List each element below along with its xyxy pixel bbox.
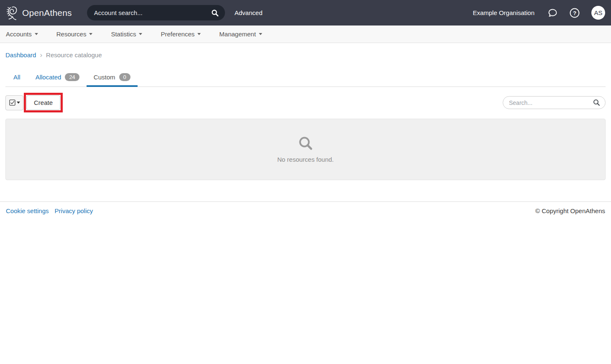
copyright-text: © Copyright OpenAthens [535,207,605,214]
tab-label: Allocated [36,74,61,81]
nav-item-resources[interactable]: Resources [56,31,93,38]
chevron-down-icon [17,102,20,104]
footer: Cookie settings Privacy policy © Copyrig… [0,201,611,220]
chat-button[interactable] [547,8,558,18]
tab-allocated[interactable]: Allocated 24 [28,69,87,87]
topbar: OpenAthens Advanced Example Organisation… [0,0,611,25]
brand-name: OpenAthens [22,8,72,18]
resource-tabs: All Allocated 24 Custom 0 [5,69,606,87]
breadcrumb: Dashboard › Resource catalogue [0,43,611,69]
empty-state-panel: No resources found. [5,119,606,180]
create-button[interactable]: Create [26,95,60,110]
help-icon: ? [569,8,580,18]
nav-item-accounts[interactable]: Accounts [6,31,38,38]
account-search[interactable] [87,5,225,20]
breadcrumb-separator-icon: › [40,51,42,59]
custom-count-badge: 0 [119,73,130,81]
nav-item-label: Preferences [161,31,194,38]
tab-all[interactable]: All [5,69,28,87]
tab-label: All [13,74,20,81]
advanced-search-link[interactable]: Advanced [235,9,263,16]
chevron-down-icon [259,33,262,35]
main-content: All Allocated 24 Custom 0 Create [0,69,611,180]
nav-item-label: Management [219,31,256,38]
resource-search[interactable] [503,96,606,109]
organisation-name: Example Organisation [473,9,534,16]
checkbox-icon [9,99,15,106]
chevron-down-icon [89,33,92,35]
openathens-logo-icon [5,5,19,21]
breadcrumb-dashboard-link[interactable]: Dashboard [5,51,36,59]
bulk-select-dropdown-button[interactable] [5,95,23,110]
nav-item-label: Resources [56,31,87,38]
tab-label: Custom [94,74,115,81]
main-navbar: Accounts Resources Statistics Preference… [0,25,611,43]
resource-search-input[interactable] [509,99,593,106]
user-avatar[interactable]: AS [591,6,605,20]
nav-item-label: Accounts [6,31,32,38]
account-search-icon[interactable] [211,9,219,17]
svg-text:?: ? [573,10,576,16]
toolbar: Create [5,92,606,113]
resource-search-icon[interactable] [593,99,600,106]
nav-item-label: Statistics [111,31,136,38]
empty-state-message: No resources found. [277,156,334,163]
chat-icon [547,8,558,18]
account-search-input[interactable] [94,9,211,16]
allocated-count-badge: 24 [65,73,79,81]
breadcrumb-current: Resource catalogue [46,51,102,59]
no-results-search-icon [298,136,313,151]
tab-custom[interactable]: Custom 0 [87,69,138,87]
chevron-down-icon [197,33,201,35]
openathens-logo[interactable]: OpenAthens [5,5,72,21]
red-highlight-annotation: Create [24,93,63,112]
chevron-down-icon [139,33,142,35]
nav-item-statistics[interactable]: Statistics [111,31,142,38]
help-button[interactable]: ? [569,8,580,18]
chevron-down-icon [35,33,38,35]
nav-item-management[interactable]: Management [219,31,262,38]
cookie-settings-link[interactable]: Cookie settings [6,207,49,214]
privacy-policy-link[interactable]: Privacy policy [55,207,93,214]
nav-item-preferences[interactable]: Preferences [161,31,201,38]
